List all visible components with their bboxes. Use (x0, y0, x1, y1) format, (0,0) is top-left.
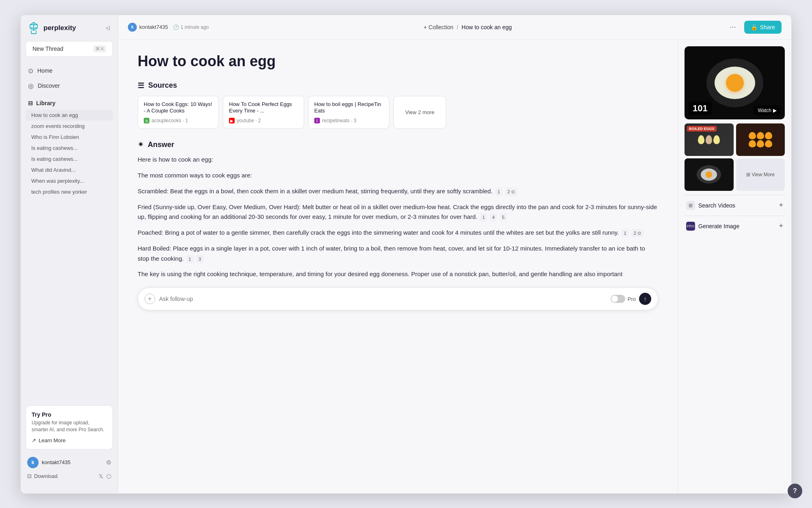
follow-up-input[interactable] (159, 296, 607, 302)
view-more-images-button[interactable]: ⊞ View More (736, 158, 785, 191)
topbar-left: k kontakt7435 🕐 1 minute ago (128, 23, 209, 32)
egg-row (698, 135, 720, 144)
library-item-how-to-cook[interactable]: How to cook an egg (26, 110, 113, 121)
time-badge: 🕐 1 minute ago (173, 24, 209, 30)
download-row: ⊡ Download 𝕏 ⬡ (26, 471, 113, 482)
sidebar-home-label: Home (37, 67, 52, 74)
source-card-2[interactable]: How To Cook Perfect Eggs Every Time - ..… (223, 96, 304, 129)
new-thread-label: New Thread (32, 45, 63, 52)
settings-icon[interactable]: ⚙ (106, 459, 111, 466)
library-item-perplexity[interactable]: When was perplexity... (26, 175, 113, 186)
search-videos-row[interactable]: ⊞ Search Videos + (685, 195, 785, 216)
pro-toggle-thumb (611, 296, 618, 302)
generate-image-plus: + (779, 222, 783, 230)
more-options-button[interactable]: ··· (727, 21, 739, 33)
source-card-1[interactable]: How to Cook Eggs: 10 Ways! - A Couple Co… (138, 96, 219, 129)
logo-text: perplexity (43, 24, 76, 32)
watch-label: Watch (758, 108, 771, 113)
learn-more-button[interactable]: ↗ Learn More (32, 437, 65, 443)
citation-9[interactable]: 3 (196, 255, 203, 263)
sidebar-collapse-button[interactable]: ◁ (104, 23, 111, 32)
top-bar: k kontakt7435 🕐 1 minute ago + Collectio… (118, 15, 791, 40)
citation-8[interactable]: 1 (186, 255, 194, 263)
sidebar-nav: ⊙ Home ◎ Discover (21, 63, 118, 93)
pro-toggle: Pro (611, 295, 636, 303)
answer-body1: The most common ways to cook eggs are: (138, 171, 658, 181)
thumb-egg-times[interactable] (736, 123, 785, 156)
follow-up-controls: Pro ↑ (611, 293, 651, 305)
fried-text: Fried (Sunny-side up, Over Easy, Over Me… (138, 203, 657, 220)
sidebar-item-home[interactable]: ⊙ Home (24, 63, 114, 78)
try-pro-title: Try Pro (32, 411, 107, 418)
follow-up-box: + Pro ↑ (138, 288, 658, 310)
topbar-center: + Collection / How to cook an egg (423, 24, 512, 30)
source-favicon-1: a (144, 118, 149, 123)
times-thumb-visual (736, 123, 785, 156)
download-link[interactable]: ⊡ Download (27, 473, 58, 479)
answer-hardboiled: Hard Boiled: Place eggs in a single laye… (138, 244, 658, 264)
home-icon: ⊙ (28, 67, 33, 75)
user-info: k kontakt7435 (27, 457, 71, 468)
sources-icon: ☰ (138, 81, 144, 90)
thumb-pan-egg[interactable] (685, 158, 734, 191)
search-videos-icon: ⊞ (686, 201, 695, 210)
citation-6[interactable]: 1 (622, 229, 629, 237)
egg-time-5 (757, 140, 764, 147)
citation-3[interactable]: 1 (480, 213, 487, 221)
image-grid: BOILED EGGS (685, 123, 785, 191)
view-more-label: View 2 more (405, 109, 434, 115)
generate-image-row[interactable]: PRO Generate Image + (685, 216, 785, 236)
library-item-finn[interactable]: Who is Finn Lobsien (26, 132, 113, 143)
egg-time-2 (757, 132, 764, 139)
answer-summary: The key is using the right cooking techn… (138, 269, 658, 279)
try-pro-card: Try Pro Upgrade for image upload, smarte… (26, 405, 113, 450)
library-item-zoom[interactable]: zoom events recording (26, 121, 113, 132)
answer-section: ✴ Answer Here is how to cook an egg: The… (138, 140, 658, 279)
sidebar: perplexity ◁ New Thread ⌘ K ⊙ Home (21, 15, 118, 493)
discord-icon[interactable]: ⬡ (106, 473, 111, 480)
source-site-3: recipetineats · 3 (322, 118, 356, 123)
share-label: Share (760, 24, 775, 30)
help-button[interactable]: ? (788, 484, 802, 498)
library-item-tech[interactable]: tech profiles new yorker (26, 186, 113, 197)
user-badge: k kontakt7435 (128, 23, 168, 32)
collection-button[interactable]: + Collection (423, 24, 454, 30)
library-item-cashews2[interactable]: Is eating cashews... (26, 153, 113, 164)
watch-button[interactable]: Watch ▶ (754, 106, 781, 115)
pro-toggle-track[interactable] (611, 295, 625, 303)
egg-visual: 101 Watch ▶ (685, 46, 785, 119)
generate-image-icon: PRO (686, 222, 695, 231)
sidebar-item-discover[interactable]: ◎ Discover (24, 78, 114, 93)
view-more-sources-button[interactable]: View 2 more (393, 96, 446, 129)
egg-times-grid (747, 130, 774, 149)
new-thread-button[interactable]: New Thread ⌘ K (26, 41, 113, 57)
library-header[interactable]: ⊟ Library (24, 97, 114, 110)
egg-yolk (726, 74, 744, 92)
poached-text: Poached: Bring a pot of water to a gentl… (138, 229, 619, 236)
avatar: k (27, 457, 39, 468)
library-item-aravind[interactable]: What did Aravind... (26, 164, 113, 175)
share-button[interactable]: 🔒 Share (744, 21, 782, 34)
overlay-101: 101 (689, 102, 712, 115)
citation-1[interactable]: 1 (495, 188, 503, 196)
follow-up-add-button[interactable]: + (145, 294, 155, 304)
source-card-3[interactable]: How to boil eggs | RecipeTin Eats t reci… (308, 96, 389, 129)
main-image-card[interactable]: 101 Watch ▶ (685, 46, 785, 119)
egg-time-4 (749, 140, 756, 147)
thumb-boiled-eggs[interactable]: BOILED EGGS (685, 123, 734, 156)
send-button[interactable]: ↑ (639, 293, 651, 305)
x-icon[interactable]: 𝕏 (99, 473, 103, 480)
time-label: 1 minute ago (181, 24, 209, 30)
citation-4[interactable]: 4 (490, 213, 497, 221)
citation-7[interactable]: 2 ⊙ (631, 229, 644, 237)
citation-2[interactable]: 2 ⊙ (505, 188, 517, 196)
source-title-1: How to Cook Eggs: 10 Ways! - A Couple Co… (144, 101, 213, 115)
source-title-2: How To Cook Perfect Eggs Every Time - ..… (229, 101, 298, 115)
pan-thumb-visual (685, 158, 734, 191)
breadcrumb-title: How to cook an egg (462, 24, 512, 30)
citation-5[interactable]: 5 (500, 213, 507, 221)
answer-header: ✴ Answer (138, 140, 658, 149)
lock-icon: 🔒 (751, 24, 758, 30)
library-item-cashews1[interactable]: Is eating cashews... (26, 143, 113, 153)
answer-scrambled: Scrambled: Beat the eggs in a bowl, then… (138, 186, 658, 197)
